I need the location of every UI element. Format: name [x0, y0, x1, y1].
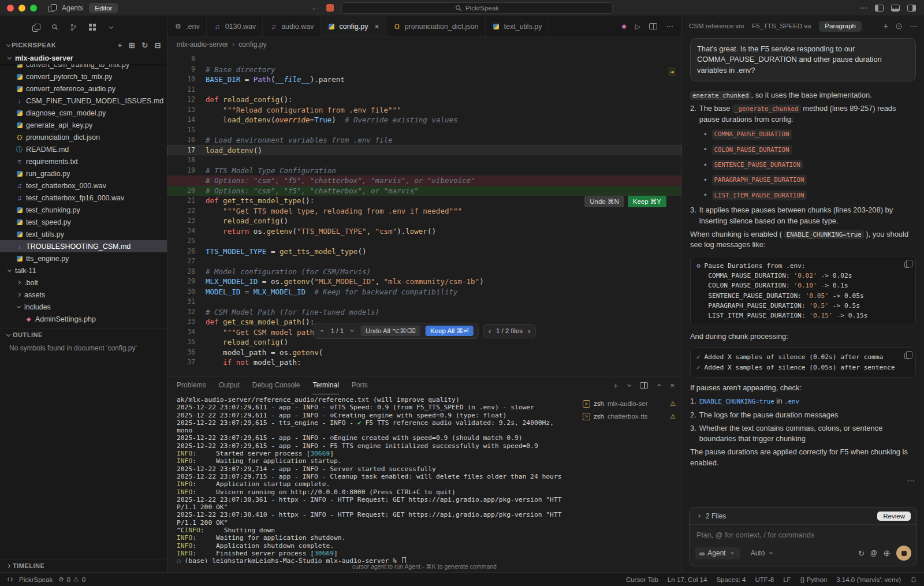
tree-item[interactable]: tts_engine.py: [0, 252, 167, 264]
pages-icon[interactable]: [32, 24, 40, 31]
tab-0130.wav[interactable]: ♫0130.wav: [207, 16, 263, 36]
git-branch-icon[interactable]: [70, 24, 77, 31]
chevron-up-icon[interactable]: [655, 383, 662, 387]
split-icon[interactable]: [649, 23, 657, 29]
new-folder-icon[interactable]: ⊞: [129, 42, 135, 49]
breadcrumb-folder[interactable]: mlx-audio-server: [177, 40, 228, 48]
code-line[interactable]: 16# Load environment variables from .env…: [167, 135, 681, 145]
keep-all-button[interactable]: Keep All ⌘⏎: [426, 326, 474, 336]
breadcrumb[interactable]: mlx-audio-server › config.py: [167, 37, 681, 52]
panel-tab-Problems[interactable]: Problems: [177, 376, 206, 394]
tree-item[interactable]: convert_reference_audio.py: [0, 83, 167, 95]
files-row[interactable]: 2 Files Review: [690, 507, 916, 525]
voice-button[interactable]: [896, 546, 911, 561]
at-icon[interactable]: @: [870, 550, 877, 557]
agent-icon[interactable]: ◆: [621, 23, 626, 29]
tab-text_utils.py[interactable]: text_utils.py: [486, 16, 549, 36]
outline-header[interactable]: OUTLINE: [0, 329, 167, 341]
code-line[interactable]: 28# Model configuration (for CSM/Marvis): [167, 267, 681, 277]
code-line[interactable]: 27: [167, 256, 681, 267]
code-line[interactable]: 20# Options: "csm", "f5", "chatterbox", …: [167, 186, 681, 196]
tree-item[interactable]: ↓TROUBLESHOOTING_CSM.md: [0, 240, 167, 252]
remote-icon[interactable]: [7, 576, 13, 583]
terminal-session[interactable]: >zshmlx-audio-ser⚠: [583, 397, 676, 410]
more-icon[interactable]: ⋯: [910, 23, 917, 30]
tree-item[interactable]: ♫test_chatterbox_000.wav: [0, 180, 167, 192]
code-line[interactable]: 18: [167, 155, 681, 166]
code-line[interactable]: 22 """Get TTS model type, reloading from…: [167, 206, 681, 217]
copy-icon[interactable]: [904, 262, 910, 268]
tree-item[interactable]: test_speed.py: [0, 216, 167, 228]
chat-messages[interactable]: That's great. Is the F5 service respondi…: [682, 36, 924, 502]
tree-item[interactable]: ↓CSM_FINE_TUNED_MODEL_ISSUES.md: [0, 95, 167, 107]
code-line[interactable]: 30MODEL_ID = MLX_MODEL_ID # Keep for bac…: [167, 287, 681, 297]
tree-item[interactable]: text_utils.py: [0, 228, 167, 240]
more-icon[interactable]: ⋯: [666, 23, 673, 30]
chat-tab-CSM reference voi[interactable]: CSM reference voi: [689, 23, 744, 29]
file-tree[interactable]: mlx-audio-server convert_csm_training_to…: [0, 52, 167, 328]
undo-button[interactable]: Undo ⌘N: [584, 196, 624, 207]
chevron-down-icon[interactable]: [625, 385, 632, 386]
code-line[interactable]: 11: [167, 85, 681, 95]
message-more-icon[interactable]: ⋯: [691, 476, 915, 486]
code-line[interactable]: 37 if not model_path:: [167, 357, 681, 368]
split-icon[interactable]: [640, 382, 648, 389]
terminal-session[interactable]: >zshchatterbox-tts⚠: [583, 410, 676, 423]
tab-audio.wav[interactable]: ♫audio.wav: [263, 16, 321, 36]
layout-left-icon[interactable]: [875, 5, 884, 12]
workspace-name[interactable]: PickrSpeak: [19, 576, 53, 583]
tree-item[interactable]: diagnose_csm_model.py: [0, 107, 167, 119]
tab-pronunciation_dict.json[interactable]: {}pronunciation_dict.json: [386, 16, 486, 36]
close-icon[interactable]: ×: [670, 382, 675, 389]
panel-tab-Terminal[interactable]: Terminal: [312, 376, 338, 394]
tree-item[interactable]: generate_api_key.py: [0, 119, 167, 131]
chat-tab-F5_TTS_SPEED va[interactable]: F5_TTS_SPEED va: [752, 23, 811, 29]
tree-item[interactable]: {}pronunciation_dict.json: [0, 131, 167, 143]
close-icon[interactable]: ×: [374, 23, 379, 31]
layout-right-icon[interactable]: [907, 5, 916, 12]
tree-item[interactable]: ◆AdminSettings.php: [0, 313, 167, 325]
code-line[interactable]: 17load_dotenv(): [167, 145, 681, 156]
code-line[interactable]: 24 return os.getenv("TTS_MODEL_TYPE", "c…: [167, 226, 681, 237]
breadcrumb-file[interactable]: config.py: [239, 40, 266, 48]
tree-item[interactable]: ≡requirements.txt: [0, 155, 167, 167]
tree-root[interactable]: mlx-audio-server: [0, 52, 167, 64]
plus-icon[interactable]: +: [884, 22, 888, 30]
problems-indicator[interactable]: ⊘ 0 ⚠ 0: [58, 576, 85, 583]
model-dropdown[interactable]: Auto: [746, 547, 780, 559]
tree-item[interactable]: ♫test_chatterbox_fp16_000.wav: [0, 192, 167, 204]
status-item[interactable]: LF: [783, 576, 791, 583]
next-diff-button[interactable]: [349, 330, 356, 331]
command-center-search[interactable]: PickrSpeak: [341, 2, 613, 14]
explorer-section-header[interactable]: PICKRSPEAK +⊞↻⊟: [0, 38, 167, 52]
tab-.env[interactable]: ⚙.env: [167, 16, 207, 36]
more-icon[interactable]: ⋯: [860, 4, 867, 12]
tree-folder[interactable]: talk-11: [0, 264, 167, 277]
tree-item[interactable]: run_gradio.py: [0, 167, 167, 180]
bell-icon[interactable]: [910, 576, 917, 583]
tab-config.py[interactable]: config.py×: [321, 16, 386, 36]
code-line[interactable]: 12def reload_config():: [167, 95, 681, 105]
code-line[interactable]: 31: [167, 297, 681, 307]
zoom-window-button[interactable]: [30, 5, 37, 12]
code-line[interactable]: 23 reload_config(): [167, 216, 681, 226]
history-icon[interactable]: ↻: [858, 550, 865, 557]
status-item[interactable]: {} Python: [800, 576, 828, 583]
chat-input[interactable]: [690, 525, 916, 542]
chat-tab-Paragraph[interactable]: Paragraph: [819, 21, 862, 32]
status-item[interactable]: Cursor Tab: [626, 576, 658, 583]
agents-tab[interactable]: Agents: [62, 4, 83, 12]
close-window-button[interactable]: [7, 5, 14, 12]
code-line[interactable]: 29MLX_MODEL_ID = os.getenv("MLX_MODEL_ID…: [167, 277, 681, 287]
status-item[interactable]: UTF-8: [755, 576, 774, 583]
clock-icon[interactable]: [895, 23, 903, 30]
code-line[interactable]: 14 load_dotenv(override=True) # Override…: [167, 115, 681, 125]
editor-mode-tab[interactable]: Editor: [89, 3, 118, 13]
play-icon[interactable]: ▷: [635, 23, 640, 30]
tree-folder[interactable]: assets: [0, 289, 167, 301]
tree-item[interactable]: convert_pytorch_to_mlx.py: [0, 70, 167, 83]
review-button[interactable]: Review: [877, 512, 911, 521]
code-line[interactable]: 25: [167, 236, 681, 247]
code-line[interactable]: 32# CSM Model Path (for fine-tuned model…: [167, 307, 681, 318]
tree-folder[interactable]: mlx-audio-server: [0, 52, 167, 64]
